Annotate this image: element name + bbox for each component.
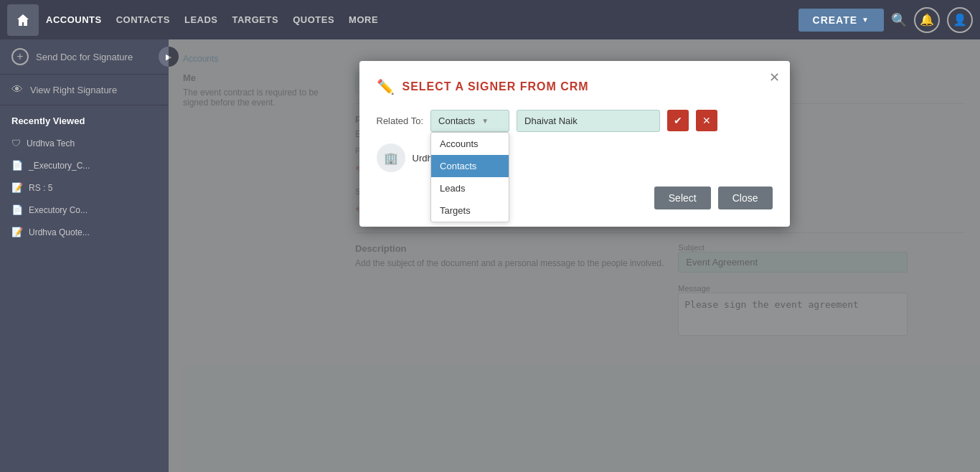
- select-button[interactable]: Select: [654, 187, 711, 209]
- search-confirm-button[interactable]: ✔: [667, 110, 689, 131]
- dropdown-option-contacts[interactable]: Contacts: [431, 155, 509, 177]
- nav-more[interactable]: MORE: [349, 14, 378, 25]
- signer-search-input[interactable]: [517, 110, 660, 132]
- nav-accounts[interactable]: ACCOUNTS: [46, 14, 102, 25]
- modal: ✏️ SELECT A SIGNER FROM CRM ✕ Related To…: [359, 61, 790, 227]
- doc-icon: 📄: [11, 160, 23, 171]
- related-to-label: Related To:: [377, 110, 424, 126]
- clear-icon: ✕: [702, 115, 711, 126]
- modal-title: ✏️ SELECT A SIGNER FROM CRM: [377, 78, 773, 95]
- sidebar-send-label: Send Doc for Signature: [36, 52, 133, 62]
- shield-icon: 🛡: [11, 138, 21, 148]
- create-button[interactable]: CREATE ▼: [798, 9, 884, 32]
- nav-contacts[interactable]: CONTACTS: [116, 14, 170, 25]
- user-avatar[interactable]: 👤: [947, 7, 973, 33]
- nav-leads[interactable]: LEADS: [184, 14, 218, 25]
- eye-icon: 👁: [11, 83, 23, 96]
- recent-item-label: Executory Co...: [29, 205, 88, 215]
- dropdown-current-value: Contacts: [438, 115, 475, 126]
- text-icon-2: 📝: [11, 227, 23, 237]
- dropdown-option-accounts[interactable]: Accounts: [431, 133, 509, 155]
- sidebar-item-send[interactable]: + Send Doc for Signature ▶: [0, 39, 169, 75]
- sidebar-view-label: View Right Signature: [30, 85, 117, 95]
- modal-close-btn[interactable]: Close: [718, 187, 773, 209]
- dropdown-option-targets[interactable]: Targets: [431, 199, 509, 222]
- nav-targets[interactable]: TARGETS: [232, 14, 279, 25]
- sidebar-recent-1[interactable]: 🛡 Urdhva Tech: [0, 132, 169, 154]
- search-clear-button[interactable]: ✕: [696, 110, 717, 131]
- sidebar: + Send Doc for Signature ▶ 👁 View Right …: [0, 39, 169, 472]
- home-button[interactable]: [7, 4, 39, 36]
- nav-links: ACCOUNTS CONTACTS LEADS TARGETS QUOTES M…: [46, 14, 798, 25]
- modal-pen-icon: ✏️: [377, 78, 395, 95]
- doc-icon-2: 📄: [11, 204, 23, 215]
- modal-body: Related To: Contacts ▼ Accounts Contacts…: [377, 110, 773, 132]
- related-to-dropdown[interactable]: Contacts ▼: [430, 110, 509, 132]
- recent-item-label: Urdhva Quote...: [29, 227, 90, 237]
- modal-title-text: SELECT A SIGNER FROM CRM: [402, 80, 589, 93]
- search-icon-btn: ✔: [674, 115, 682, 126]
- topnav-right: CREATE ▼ 🔍 🔔 👤: [798, 7, 973, 33]
- dropdown-chevron-icon: ▼: [481, 117, 489, 125]
- content-area: Accounts Me The event contract is requir…: [169, 39, 980, 472]
- dropdown-option-leads[interactable]: Leads: [431, 177, 509, 199]
- create-arrow-icon: ▼: [862, 16, 870, 24]
- result-avatar: 🏢: [377, 143, 405, 172]
- sidebar-recent-2[interactable]: 📄 _Executory_C...: [0, 154, 169, 176]
- notifications-icon[interactable]: 🔔: [914, 7, 940, 33]
- sidebar-item-view[interactable]: 👁 View Right Signature: [0, 75, 169, 105]
- recent-item-label: RS : 5: [29, 183, 52, 193]
- recent-item-label: _Executory_C...: [29, 161, 90, 171]
- add-doc-icon: +: [11, 48, 29, 65]
- dropdown-menu: Accounts Contacts Leads Targets: [430, 132, 509, 222]
- text-icon: 📝: [11, 182, 23, 193]
- recent-item-label: Urdhva Tech: [27, 138, 75, 148]
- nav-quotes[interactable]: QUOTES: [293, 14, 334, 25]
- modal-close-button[interactable]: ✕: [769, 70, 780, 85]
- sidebar-recent-3[interactable]: 📝 RS : 5: [0, 176, 169, 199]
- sidebar-recent-4[interactable]: 📄 Executory Co...: [0, 199, 169, 221]
- create-label: CREATE: [813, 14, 858, 26]
- related-to-dropdown-wrapper: Contacts ▼ Accounts Contacts Leads Targe…: [430, 110, 509, 132]
- recently-viewed-title: Recently Viewed: [0, 105, 169, 132]
- modal-overlay: ✏️ SELECT A SIGNER FROM CRM ✕ Related To…: [169, 39, 980, 472]
- main-layout: + Send Doc for Signature ▶ 👁 View Right …: [0, 39, 980, 472]
- search-icon[interactable]: 🔍: [891, 12, 907, 28]
- topnav: ACCOUNTS CONTACTS LEADS TARGETS QUOTES M…: [0, 0, 980, 39]
- sidebar-recent-5[interactable]: 📝 Urdhva Quote...: [0, 221, 169, 243]
